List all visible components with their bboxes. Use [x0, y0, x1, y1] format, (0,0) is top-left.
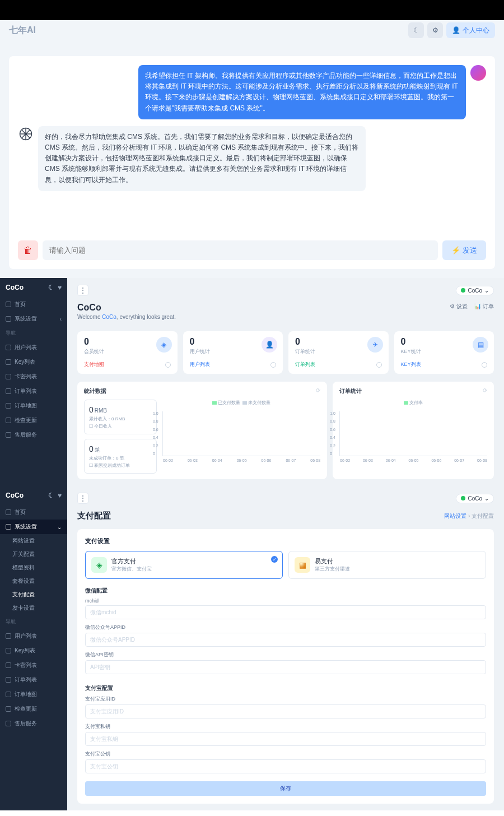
mchid-input[interactable] [85, 605, 486, 619]
settings-icon[interactable]: ⚙ [427, 22, 443, 38]
save-button[interactable]: 保存 [85, 781, 486, 796]
payment-sidebar: CoCo ☾ ♥ 首页 系统设置⌄ 网站设置 开关配置 模型资料 套餐设置 支付… [0, 486, 67, 810]
payment-form-card: 支付设置 ◈ 官方支付 官方微信、支付宝 ✓ ▦ 易支付 第三方支付渠道 [77, 529, 494, 804]
sidebar-item-service[interactable]: 售后服务 [0, 716, 67, 731]
alipay-private-input[interactable] [85, 732, 486, 746]
welcome-block: CoCo Welcome CoCo, everything looks grea… [77, 303, 176, 320]
alipay-section-title: 支付宝配置 [85, 684, 486, 692]
wechat-section-title: 微信配置 [85, 587, 486, 595]
breadcrumb-link[interactable]: 网站设置 [444, 513, 466, 519]
chart-icon: ▤ [473, 337, 488, 353]
moon-icon[interactable]: ☾ [48, 492, 54, 499]
user-message-row: 我希望你担任 IT 架构师。我将提供有关应用程序或其他数字产品功能的一些详细信息… [18, 65, 486, 119]
settings-link[interactable]: ⚙ 设置 [450, 303, 468, 310]
app-topbar: 七年AI ☾ ⚙ 👤 个人中心 [0, 20, 504, 40]
sidebar-item-users[interactable]: 用户列表 [0, 629, 67, 643]
stat-link[interactable]: 用户列表 [190, 361, 210, 368]
pay-option-easy[interactable]: ▦ 易支付 第三方支付渠道 [288, 551, 486, 579]
alipay-id-label: 支付宝应用ID [85, 696, 486, 703]
appid-input[interactable] [85, 633, 486, 647]
sidebar-sub-card[interactable]: 发卡设置 [0, 601, 67, 615]
payment-panel: CoCo ☾ ♥ 首页 系统设置⌄ 网站设置 开关配置 模型资料 套餐设置 支付… [0, 486, 504, 810]
payment-options: ◈ 官方支付 官方微信、支付宝 ✓ ▦ 易支付 第三方支付渠道 [85, 551, 486, 579]
chat-box: 我希望你担任 IT 架构师。我将提供有关应用程序或其他数字产品功能的一些详细信息… [9, 56, 495, 269]
sidebar-item-system[interactable]: 系统设置⌄ [0, 520, 67, 534]
payment-main: ⋮ CoCo ⌄ 支付配置 网站设置 › 支付配置 支付设置 ◈ 官方支付 官方… [67, 486, 504, 810]
sidebar-sub-site[interactable]: 网站设置 [0, 534, 67, 548]
sidebar-item-home[interactable]: 首页 [0, 297, 67, 312]
moon-icon[interactable]: ☾ [48, 284, 54, 291]
sidebar-item-orders[interactable]: 订单列表 [0, 384, 67, 398]
diamond-icon: ◈ [156, 337, 172, 353]
status-dot-icon [461, 496, 465, 500]
refresh-icon[interactable]: ⟳ [483, 387, 487, 395]
header-actions: ⚙ 设置 📊 订单 [450, 303, 494, 310]
user-message: 我希望你担任 IT 架构师。我将提供有关应用程序或其他数字产品功能的一些详细信息… [138, 65, 466, 119]
user-center-button[interactable]: 👤 个人中心 [446, 22, 495, 38]
sidebar-sub-pay[interactable]: 支付配置 [0, 588, 67, 601]
sidebar-item-check[interactable]: 检查更新 [0, 702, 67, 716]
sidebar-sub-switch[interactable]: 开关配置 [0, 548, 67, 561]
menu-toggle-button[interactable]: ⋮ [77, 285, 88, 296]
chat-input[interactable] [43, 240, 438, 260]
theme-toggle-icon[interactable]: ☾ [408, 22, 424, 38]
page-title: 支付配置 [77, 511, 111, 521]
stat-link[interactable]: 支付地图 [84, 361, 104, 368]
dashboard-main: ⋮ CoCo ⌄ CoCo Welcome CoCo, everything l… [67, 278, 504, 486]
order-stats-card: 订单统计⟳ 支付率 1.00.80.60.40.20 06-0206-0306-… [333, 382, 494, 479]
openai-icon [18, 126, 34, 142]
alipay-id-input[interactable] [85, 704, 486, 718]
stat-cards-row: 0 会员统计 ◈ 支付地图 0 用户统计 👤 用户列表 0 订单统计 ✈ 订单列… [77, 331, 494, 374]
sidebar-sub-pkg[interactable]: 套餐设置 [0, 574, 67, 588]
ai-avatar [18, 126, 34, 142]
send-icon: ✈ [367, 337, 383, 353]
send-button[interactable]: ⚡ 发送 [442, 240, 486, 260]
sidebar-item-keys[interactable]: Key列表 [0, 643, 67, 658]
sidebar-item-check[interactable]: 检查更新 [0, 413, 67, 428]
user-avatar [470, 65, 486, 81]
sidebar-item-ordermap[interactable]: 订单地图 [0, 687, 67, 702]
menu-toggle-button[interactable]: ⋮ [77, 493, 88, 504]
dashboard-panel: CoCo ☾ ♥ 首页 系统设置‹ 导航 用户列表 Key列表 卡密列表 订单列… [0, 278, 504, 486]
stat-card-members: 0 会员统计 ◈ 支付地图 [77, 331, 178, 374]
sidebar-item-cards[interactable]: 卡密列表 [0, 658, 67, 673]
sidebar-item-orders[interactable]: 订单列表 [0, 673, 67, 687]
check-icon: ✓ [271, 556, 278, 563]
breadcrumb: 网站设置 › 支付配置 [444, 512, 494, 520]
refresh-icon[interactable]: ⟳ [316, 387, 320, 395]
sidebar-item-ordermap[interactable]: 订单地图 [0, 398, 67, 413]
alipay-public-label: 支付宝公钥 [85, 750, 486, 758]
sidebar-item-users[interactable]: 用户列表 [0, 340, 67, 355]
stat-card-keys: 0 KEY统计 ▤ KEY列表 [394, 331, 494, 374]
sidebar-title: CoCo [6, 492, 24, 499]
stat-link[interactable]: 订单列表 [295, 361, 315, 368]
dashboard-sidebar: CoCo ☾ ♥ 首页 系统设置‹ 导航 用户列表 Key列表 卡密列表 订单列… [0, 278, 67, 486]
sidebar-sub-model[interactable]: 模型资料 [0, 561, 67, 574]
bulb-icon[interactable]: ♥ [58, 284, 62, 291]
apikey-input[interactable] [85, 660, 486, 674]
order-chart: 1.00.80.60.40.20 06-0206-0306-0406-0506-… [339, 411, 487, 456]
sidebar-item-cards[interactable]: 卡密列表 [0, 369, 67, 384]
alipay-private-label: 支付宝私钥 [85, 723, 486, 730]
user-pill[interactable]: CoCo ⌄ [456, 494, 494, 503]
ai-message-row: 好的，我会尽力帮助您集成 CMS 系统。首先，我们需要了解您的业务需求和目标，以… [18, 126, 486, 191]
chevron-down-icon: ⌄ [484, 288, 489, 294]
orders-link[interactable]: 📊 订单 [474, 303, 494, 310]
stats-chart-card: 统计数据⟳ 0RMB 累计收入：0 RMB ☐ 今日收入 0笔 未成功订单：0 … [77, 382, 327, 479]
sidebar-item-service[interactable]: 售后服务 [0, 428, 67, 442]
orders-mini-card: 0笔 未成功订单：0 笔 ☐ 积累交易成功订单 [84, 439, 157, 474]
apikey-label: 微信API密钥 [85, 651, 486, 659]
pay-option-official[interactable]: ◈ 官方支付 官方微信、支付宝 ✓ [85, 551, 283, 579]
bulb-icon[interactable]: ♥ [58, 492, 62, 499]
chevron-down-icon: ⌄ [484, 495, 489, 502]
alipay-public-input[interactable] [85, 759, 486, 773]
sidebar-item-system[interactable]: 系统设置‹ [0, 312, 67, 326]
charts-row: 统计数据⟳ 0RMB 累计收入：0 RMB ☐ 今日收入 0笔 未成功订单：0 … [77, 382, 494, 479]
sidebar-item-keys[interactable]: Key列表 [0, 355, 67, 369]
user-center-label: 个人中心 [463, 26, 489, 35]
stat-link[interactable]: KEY列表 [401, 361, 421, 368]
sidebar-item-home[interactable]: 首页 [0, 505, 67, 520]
user-pill[interactable]: CoCo ⌄ [456, 286, 494, 295]
sidebar-header: CoCo ☾ ♥ [0, 278, 67, 297]
clear-chat-button[interactable]: 🗑 [18, 240, 38, 260]
